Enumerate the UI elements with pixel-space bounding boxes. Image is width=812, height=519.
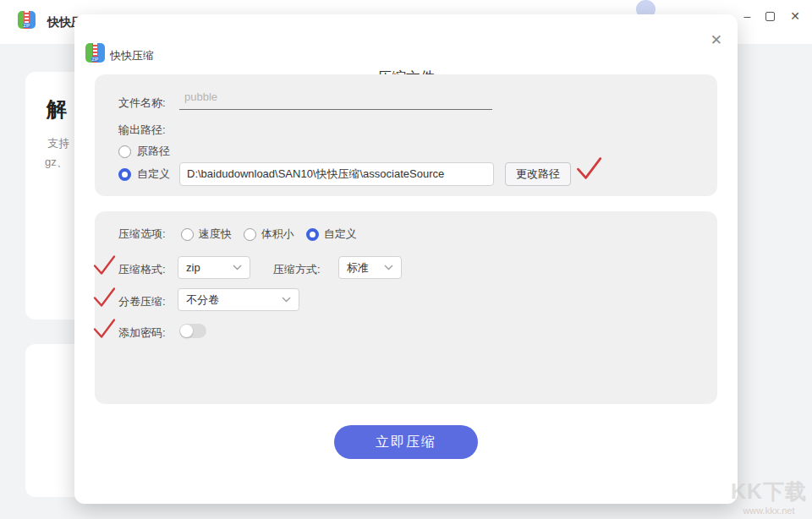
compress-now-button[interactable]: 立即压缩 [334, 425, 478, 459]
volume-label: 分卷压缩: [118, 294, 166, 309]
password-toggle[interactable] [179, 324, 206, 338]
radio-custom-option[interactable]: 自定义 [306, 227, 357, 242]
background-card-heading: 解 [47, 96, 67, 123]
output-path-label: 输出路径: [118, 123, 166, 138]
window-close-button[interactable]: ✕ [790, 9, 800, 23]
watermark-url: www.kkx.net [731, 505, 807, 516]
radio-label: 速度快 [199, 227, 232, 242]
checkmark-icon [92, 286, 116, 309]
zipper-icon [25, 11, 29, 23]
app-zip-icon: ZIP [18, 11, 36, 29]
dialog-app-title: 快快压缩 [110, 48, 154, 63]
checkmark-icon [575, 156, 602, 181]
radio-fast-speed[interactable]: 速度快 [181, 227, 232, 242]
format-select-value: zip [186, 261, 200, 274]
radio-icon[interactable] [244, 228, 256, 241]
format-select[interactable]: zip [178, 256, 250, 279]
radio-label: 原路径 [137, 144, 170, 159]
radio-icon-selected[interactable] [306, 228, 319, 241]
radio-small-size[interactable]: 体积小 [244, 227, 294, 242]
password-label: 添加密码: [118, 325, 166, 341]
file-name-label: 文件名称: [118, 96, 166, 111]
watermark: KK下载 www.kkx.net [731, 478, 807, 516]
compress-options-label: 压缩选项: [118, 227, 166, 242]
radio-label: 自定义 [137, 167, 170, 182]
maximize-button[interactable] [765, 12, 775, 21]
dialog-close-icon[interactable]: ✕ [710, 31, 722, 49]
radio-label: 自定义 [324, 227, 357, 242]
method-select[interactable]: 标准 [338, 256, 402, 279]
zip-badge: ZIP [91, 57, 100, 62]
zipper-icon [93, 43, 97, 56]
radio-original-path[interactable]: 原路径 [118, 144, 170, 159]
method-label: 压缩方式: [273, 262, 321, 277]
chevron-down-icon [233, 265, 242, 270]
checkmark-icon [92, 317, 116, 340]
method-select-value: 标准 [347, 260, 369, 276]
radio-icon-selected[interactable] [118, 168, 131, 181]
custom-path-input[interactable] [179, 162, 494, 186]
window-controls: – ✕ [743, 3, 800, 29]
background-card-line2: gz、 [45, 155, 68, 170]
zip-badge: ZIP [23, 23, 31, 28]
checkmark-icon [92, 254, 116, 276]
change-path-button[interactable]: 更改路径 [505, 162, 571, 186]
radio-icon[interactable] [118, 145, 131, 158]
radio-label: 体积小 [261, 227, 294, 242]
minimize-button[interactable]: – [743, 9, 750, 23]
volume-select-value: 不分卷 [186, 292, 219, 308]
compress-dialog: ZIP 快快压缩 ✕ 压缩文件 文件名称: 输出路径: 原路径 自定义 更改路径… [74, 14, 738, 504]
radio-icon[interactable] [181, 228, 194, 241]
toggle-knob [180, 325, 193, 337]
file-settings-panel: 文件名称: 输出路径: 原路径 自定义 更改路径 [95, 74, 717, 196]
compress-options-row: 压缩选项: 速度快 体积小 自定义 [118, 225, 357, 243]
radio-custom-path[interactable]: 自定义 [118, 167, 170, 182]
format-label: 压缩格式: [118, 262, 166, 277]
chevron-down-icon [282, 297, 291, 303]
volume-select[interactable]: 不分卷 [178, 288, 299, 311]
background-card-line1: 支持 [47, 136, 69, 151]
watermark-logo: KK下载 [731, 478, 807, 505]
chevron-down-icon [384, 265, 393, 270]
compress-options-panel: 压缩选项: 速度快 体积小 自定义 压缩格式: zip 压缩方式: 标准 [95, 211, 717, 404]
dialog-zip-icon: ZIP [85, 43, 105, 63]
file-name-input[interactable] [179, 85, 492, 110]
